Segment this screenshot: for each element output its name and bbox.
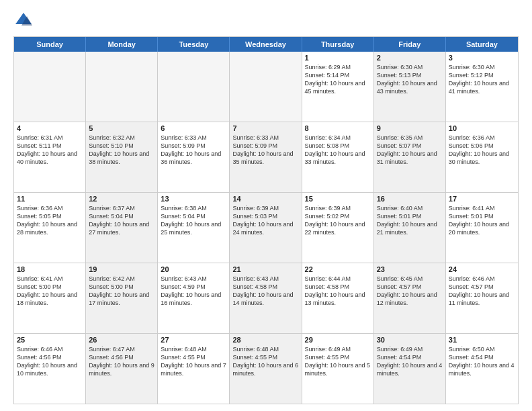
cal-cell: 31Sunrise: 6:50 AM Sunset: 4:54 PM Dayli… [446,334,518,404]
day-number: 4 [17,124,83,132]
cell-details: Sunrise: 6:42 AM Sunset: 5:00 PM Dayligh… [89,275,154,308]
calendar-header: SundayMondayTuesdayWednesdayThursdayFrid… [14,37,518,52]
day-number: 19 [89,265,154,273]
day-number: 21 [232,265,298,273]
day-number: 20 [161,265,226,273]
day-number: 17 [449,195,515,203]
day-number: 18 [17,265,83,273]
cal-cell: 18Sunrise: 6:41 AM Sunset: 5:00 PM Dayli… [14,263,86,333]
cal-cell: 17Sunrise: 6:41 AM Sunset: 5:01 PM Dayli… [446,193,518,263]
cell-details: Sunrise: 6:30 AM Sunset: 5:12 PM Dayligh… [449,63,515,96]
cell-details: Sunrise: 6:41 AM Sunset: 5:00 PM Dayligh… [17,275,83,308]
page: SundayMondayTuesdayWednesdayThursdayFrid… [0,0,532,411]
cal-cell: 25Sunrise: 6:46 AM Sunset: 4:56 PM Dayli… [14,334,86,404]
cal-cell: 22Sunrise: 6:44 AM Sunset: 4:58 PM Dayli… [302,263,374,333]
cal-cell: 24Sunrise: 6:46 AM Sunset: 4:57 PM Dayli… [446,263,518,333]
day-number: 10 [449,124,515,132]
cell-details: Sunrise: 6:31 AM Sunset: 5:11 PM Dayligh… [17,134,83,167]
cal-cell: 5Sunrise: 6:32 AM Sunset: 5:10 PM Daylig… [86,122,158,192]
cell-details: Sunrise: 6:41 AM Sunset: 5:01 PM Dayligh… [449,204,515,237]
cal-cell: 3Sunrise: 6:30 AM Sunset: 5:12 PM Daylig… [446,52,518,122]
cell-details: Sunrise: 6:49 AM Sunset: 4:55 PM Dayligh… [305,345,371,378]
day-number: 25 [17,336,83,344]
day-number: 15 [305,195,371,203]
cell-details: Sunrise: 6:39 AM Sunset: 5:03 PM Dayligh… [232,204,298,237]
logo [13,11,36,31]
day-number: 9 [377,124,443,132]
day-number: 14 [232,195,298,203]
cal-cell: 14Sunrise: 6:39 AM Sunset: 5:03 PM Dayli… [230,193,302,263]
cell-details: Sunrise: 6:48 AM Sunset: 4:55 PM Dayligh… [161,345,226,378]
day-number: 7 [232,124,298,132]
day-number: 6 [161,124,226,132]
cell-details: Sunrise: 6:38 AM Sunset: 5:04 PM Dayligh… [161,204,226,237]
cal-cell: 23Sunrise: 6:45 AM Sunset: 4:57 PM Dayli… [374,263,446,333]
cal-cell [14,52,86,122]
cell-details: Sunrise: 6:49 AM Sunset: 4:54 PM Dayligh… [377,345,443,378]
cal-cell: 9Sunrise: 6:35 AM Sunset: 5:07 PM Daylig… [374,122,446,192]
cal-cell: 28Sunrise: 6:48 AM Sunset: 4:55 PM Dayli… [230,334,302,404]
day-number: 30 [377,336,443,344]
day-number: 2 [377,54,443,62]
cal-cell: 15Sunrise: 6:39 AM Sunset: 5:02 PM Dayli… [302,193,374,263]
cell-details: Sunrise: 6:35 AM Sunset: 5:07 PM Dayligh… [377,134,443,167]
cal-cell: 4Sunrise: 6:31 AM Sunset: 5:11 PM Daylig… [14,122,86,192]
cal-cell [158,52,230,122]
cell-details: Sunrise: 6:50 AM Sunset: 4:54 PM Dayligh… [449,345,515,378]
logo-icon [13,11,34,31]
cal-row-1: 4Sunrise: 6:31 AM Sunset: 5:11 PM Daylig… [14,122,518,192]
calendar: SundayMondayTuesdayWednesdayThursdayFrid… [13,36,519,404]
day-number: 23 [377,265,443,273]
cell-details: Sunrise: 6:29 AM Sunset: 5:14 PM Dayligh… [305,63,371,96]
cal-row-0: 1Sunrise: 6:29 AM Sunset: 5:14 PM Daylig… [14,52,518,122]
day-number: 3 [449,54,515,62]
cell-details: Sunrise: 6:43 AM Sunset: 4:58 PM Dayligh… [232,275,298,308]
day-number: 31 [449,336,515,344]
cal-row-4: 25Sunrise: 6:46 AM Sunset: 4:56 PM Dayli… [14,333,518,404]
header [13,11,519,31]
day-number: 8 [305,124,371,132]
cell-details: Sunrise: 6:33 AM Sunset: 5:09 PM Dayligh… [232,134,298,167]
day-number: 22 [305,265,371,273]
header-day-sunday: Sunday [14,37,86,52]
cell-details: Sunrise: 6:36 AM Sunset: 5:06 PM Dayligh… [449,134,515,167]
cell-details: Sunrise: 6:33 AM Sunset: 5:09 PM Dayligh… [161,134,226,167]
cell-details: Sunrise: 6:45 AM Sunset: 4:57 PM Dayligh… [377,275,443,308]
cell-details: Sunrise: 6:30 AM Sunset: 5:13 PM Dayligh… [377,63,443,96]
cell-details: Sunrise: 6:46 AM Sunset: 4:57 PM Dayligh… [449,275,515,308]
header-day-saturday: Saturday [446,37,518,52]
cal-cell: 10Sunrise: 6:36 AM Sunset: 5:06 PM Dayli… [446,122,518,192]
day-number: 26 [89,336,154,344]
cell-details: Sunrise: 6:48 AM Sunset: 4:55 PM Dayligh… [232,345,298,378]
day-number: 28 [232,336,298,344]
cal-cell: 7Sunrise: 6:33 AM Sunset: 5:09 PM Daylig… [230,122,302,192]
cal-cell: 11Sunrise: 6:36 AM Sunset: 5:05 PM Dayli… [14,193,86,263]
day-number: 29 [305,336,371,344]
header-day-thursday: Thursday [302,37,374,52]
header-day-wednesday: Wednesday [230,37,302,52]
cal-cell: 6Sunrise: 6:33 AM Sunset: 5:09 PM Daylig… [158,122,230,192]
cal-cell: 8Sunrise: 6:34 AM Sunset: 5:08 PM Daylig… [302,122,374,192]
cal-cell: 2Sunrise: 6:30 AM Sunset: 5:13 PM Daylig… [374,52,446,122]
cell-details: Sunrise: 6:34 AM Sunset: 5:08 PM Dayligh… [305,134,371,167]
cell-details: Sunrise: 6:43 AM Sunset: 4:59 PM Dayligh… [161,275,226,308]
header-day-monday: Monday [86,37,158,52]
cal-cell: 26Sunrise: 6:47 AM Sunset: 4:56 PM Dayli… [86,334,158,404]
cal-cell: 16Sunrise: 6:40 AM Sunset: 5:01 PM Dayli… [374,193,446,263]
cell-details: Sunrise: 6:32 AM Sunset: 5:10 PM Dayligh… [89,134,154,167]
cal-cell: 1Sunrise: 6:29 AM Sunset: 5:14 PM Daylig… [302,52,374,122]
day-number: 5 [89,124,154,132]
cell-details: Sunrise: 6:40 AM Sunset: 5:01 PM Dayligh… [377,204,443,237]
header-day-tuesday: Tuesday [158,37,230,52]
cal-cell: 12Sunrise: 6:37 AM Sunset: 5:04 PM Dayli… [86,193,158,263]
cal-cell: 29Sunrise: 6:49 AM Sunset: 4:55 PM Dayli… [302,334,374,404]
cal-cell: 30Sunrise: 6:49 AM Sunset: 4:54 PM Dayli… [374,334,446,404]
cal-cell [230,52,302,122]
calendar-body: 1Sunrise: 6:29 AM Sunset: 5:14 PM Daylig… [14,52,518,404]
day-number: 12 [89,195,154,203]
cal-cell: 19Sunrise: 6:42 AM Sunset: 5:00 PM Dayli… [86,263,158,333]
cell-details: Sunrise: 6:39 AM Sunset: 5:02 PM Dayligh… [305,204,371,237]
cell-details: Sunrise: 6:47 AM Sunset: 4:56 PM Dayligh… [89,345,154,378]
cell-details: Sunrise: 6:37 AM Sunset: 5:04 PM Dayligh… [89,204,154,237]
day-number: 24 [449,265,515,273]
